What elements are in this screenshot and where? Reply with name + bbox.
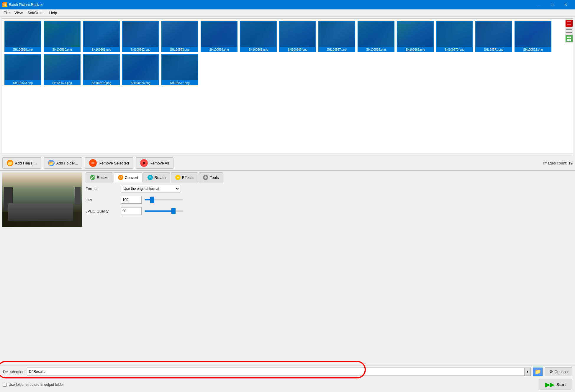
options-icon: ⚙ <box>549 369 553 374</box>
svg-rect-4 <box>569 37 571 38</box>
svg-rect-0 <box>567 22 571 22</box>
sidebar-list-view-3[interactable] <box>566 32 572 33</box>
list-item[interactable]: SH100576.png <box>122 54 159 85</box>
title-bar-left: 🖼 Batch Picture Resizer <box>2 2 43 7</box>
menu-softorbits[interactable]: SoftOrbits <box>25 10 47 16</box>
list-item[interactable]: SH100561.png <box>83 21 120 52</box>
list-item[interactable]: SH100574.png <box>44 54 81 85</box>
format-row: Format Use the original format JPEG PNG … <box>86 185 573 192</box>
app-icon: 🖼 <box>2 2 7 7</box>
jpeg-slider-fill <box>145 210 173 212</box>
list-item[interactable]: SH100570.png <box>436 21 473 52</box>
list-item[interactable]: SH100565.png <box>240 21 277 52</box>
jpeg-quality-input[interactable] <box>121 207 142 215</box>
folder-structure-checkbox[interactable] <box>3 383 7 387</box>
thumbnail-label: SH100560.png <box>44 47 81 52</box>
destination-label: De <box>3 370 8 374</box>
list-item[interactable]: SH100572.png <box>515 21 551 52</box>
image-grid-container: SH100559.png SH100560.png SH100561.png S… <box>2 18 573 154</box>
menu-file[interactable]: File <box>1 10 12 16</box>
convert-icon: ↺ <box>118 175 123 180</box>
tab-convert-label: Convert <box>125 175 138 180</box>
thumbnail-label: SH100563.png <box>161 47 198 52</box>
options-label: Options <box>554 370 568 374</box>
list-item[interactable]: SH100575.png <box>83 54 120 85</box>
image-grid: SH100559.png SH100560.png SH100561.png S… <box>2 19 573 88</box>
menu-view[interactable]: View <box>12 10 25 16</box>
effects-icon: ✦ <box>175 175 181 180</box>
thumbnail-label: SH100577.png <box>161 81 198 85</box>
destination-input-wrap: ▼ <box>27 368 531 376</box>
tools-icon: ⚙ <box>203 175 208 180</box>
destination-label-2: stination <box>10 370 24 374</box>
resize-icon <box>90 175 95 180</box>
remove-all-button[interactable]: ✕ Remove All <box>136 157 173 169</box>
main-area: SH100559.png SH100560.png SH100561.png S… <box>0 17 575 392</box>
dpi-slider[interactable] <box>145 199 183 200</box>
list-item[interactable]: SH100562.png <box>122 21 159 52</box>
destination-dropdown-btn[interactable]: ▼ <box>524 368 531 376</box>
tab-tools[interactable]: ⚙ Tools <box>199 172 223 182</box>
close-button[interactable]: ✕ <box>559 0 573 9</box>
tab-convert[interactable]: ↺ Convert <box>114 172 143 182</box>
thumbnail-label: SH100559.png <box>4 47 41 52</box>
jpeg-slider-track <box>145 210 183 212</box>
tab-resize-label: Resize <box>97 175 109 180</box>
menu-bar: File View SoftOrbits Help <box>0 9 575 17</box>
list-item[interactable]: SH100564.png <box>201 21 237 52</box>
list-item[interactable]: SH100559.png <box>4 21 41 52</box>
thumbnail-label: SH100561.png <box>83 47 120 52</box>
destination-browse-button[interactable]: 📁 <box>533 368 543 376</box>
sidebar-grid-view[interactable] <box>566 35 573 42</box>
list-item[interactable]: SH100573.png <box>4 54 41 85</box>
tab-bar: Resize ↺ Convert ⟳ Rotate ✦ <box>86 172 573 182</box>
menu-help[interactable]: Help <box>47 10 60 16</box>
options-button[interactable]: ⚙ Options <box>545 367 572 376</box>
remove-selected-button[interactable]: Remove Selected <box>85 157 133 169</box>
app-title: Batch Picture Resizer <box>9 3 43 7</box>
tab-resize[interactable]: Resize <box>86 172 113 182</box>
list-item[interactable]: SH100566.png <box>279 21 316 52</box>
jpeg-quality-label: JPEG Quality <box>86 209 118 213</box>
list-item[interactable]: SH100569.png <box>397 21 434 52</box>
start-button[interactable]: ▶▶ Start <box>539 379 572 390</box>
add-folder-button[interactable]: 📂 Add Folder... <box>44 157 83 169</box>
format-select[interactable]: Use the original format JPEG PNG BMP TIF… <box>121 185 180 192</box>
tab-effects[interactable]: ✦ Effects <box>171 172 198 182</box>
list-item[interactable]: SH100577.png <box>161 54 198 85</box>
footer-row: Use folder structure in output folder ▶▶… <box>0 378 575 392</box>
jpeg-slider-thumb[interactable] <box>171 208 176 214</box>
minimize-button[interactable]: — <box>532 0 545 9</box>
dpi-slider-thumb[interactable] <box>150 197 154 203</box>
jpeg-slider[interactable] <box>145 210 183 212</box>
thumbnail-label: SH100568.png <box>358 47 394 52</box>
list-item[interactable]: SH100571.png <box>475 21 512 52</box>
dpi-slider-track <box>145 199 183 200</box>
thumbnail-label: SH100575.png <box>83 81 120 85</box>
thumbnail-label: SH100573.png <box>4 81 41 85</box>
thumbnail-label: SH100564.png <box>201 47 237 52</box>
title-bar-controls: — □ ✕ <box>532 0 573 9</box>
preview-area <box>2 172 82 227</box>
list-item[interactable]: SH100567.png <box>318 21 355 52</box>
thumbnail-label: SH100567.png <box>318 47 355 52</box>
add-folder-label: Add Folder... <box>56 161 78 165</box>
dpi-row: DPI <box>86 196 573 204</box>
sidebar-list-view[interactable] <box>566 20 573 27</box>
add-folder-icon: 📂 <box>48 160 55 166</box>
dpi-input[interactable] <box>121 196 142 204</box>
thumbnail-label: SH100576.png <box>122 81 159 85</box>
format-label: Format <box>86 187 118 191</box>
add-files-label: Add File(s)... <box>15 161 37 165</box>
tab-rotate[interactable]: ⟳ Rotate <box>143 172 170 182</box>
list-item[interactable]: SH100568.png <box>358 21 394 52</box>
svg-line-10 <box>91 176 94 179</box>
list-item[interactable]: SH100560.png <box>44 21 81 52</box>
sidebar-list-view-2[interactable] <box>566 29 572 30</box>
maximize-button[interactable]: □ <box>545 0 559 9</box>
destination-input[interactable] <box>27 368 531 376</box>
rotate-icon: ⟳ <box>148 175 153 180</box>
destination-bar: Destination ▼ 📁 ⚙ Options <box>0 365 575 378</box>
add-files-button[interactable]: 📁 Add File(s)... <box>2 157 41 169</box>
list-item[interactable]: SH100563.png <box>161 21 198 52</box>
